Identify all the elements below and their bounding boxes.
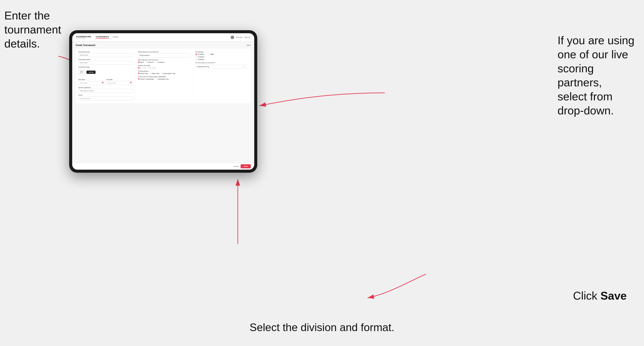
start-date-input[interactable]: Pick a date 📅	[78, 81, 105, 85]
end-date-group: End date Pick a date 📅	[106, 77, 134, 85]
annotation-topleft: Enter the tournament details.	[4, 9, 80, 51]
tablet-screen: SCOREBOARD Powered by Clippit TOURNAMENT…	[72, 33, 254, 170]
rounds-3-label: 3	[150, 67, 150, 69]
format-type-label: Format type	[196, 51, 248, 53]
format-6count5-label: 6 count 5	[198, 59, 204, 60]
format-5count4-label: 5 count 4	[198, 53, 204, 55]
form-col-1: Tournament Host Tournament name Tourname…	[78, 51, 134, 101]
live-scoring-clear-icon[interactable]: ✕	[243, 66, 244, 68]
venue-placeholder: Search golf club	[80, 98, 90, 99]
tournament-name-input[interactable]	[78, 61, 134, 65]
form-col-2: Which division is the event for? NCAA Di…	[136, 51, 191, 101]
format-6count5[interactable]: 6 count 5	[196, 58, 204, 60]
radio-medal-dot	[161, 73, 163, 74]
nav-teams[interactable]: TEAMS	[112, 36, 118, 38]
scoring-stroke-label: Stroke Play	[140, 73, 148, 74]
format-other-label: Other	[210, 53, 214, 55]
end-date-label: End date	[106, 79, 113, 80]
division-select[interactable]: NCAA Division I ⌄	[138, 53, 191, 57]
back-link[interactable]: Back	[246, 44, 251, 46]
venue-group: Venue Search golf club ⌄	[78, 94, 134, 101]
tournament-host-group: Tournament Host	[78, 51, 134, 57]
radio-6count5-dot	[196, 58, 197, 60]
nav-links: TOURNAMENTS TEAMS	[96, 36, 118, 39]
rounds-4[interactable]: 4	[152, 67, 155, 69]
venue-select[interactable]: Search golf club ⌄	[78, 96, 134, 101]
venue-label: Venue	[78, 94, 134, 96]
tournament-host-input[interactable]	[78, 53, 134, 57]
rounds-2-label: 2	[145, 67, 146, 69]
image-icon	[80, 70, 83, 74]
scoring-medal-label: Medal Match Play	[163, 73, 175, 74]
division-label: Which division is the event for?	[138, 51, 191, 53]
scoring-stroke[interactable]: Stroke Play	[138, 73, 148, 74]
cancel-button[interactable]: Cancel	[234, 165, 239, 167]
sponsor-label: Sponsor (optional)	[78, 87, 134, 88]
rounds-group: Number of rounds 1 2	[138, 65, 191, 69]
radio-individuals-dot	[156, 78, 158, 80]
live-scoring-select[interactable]: Leaderboard King ✕ ⌄	[196, 65, 248, 68]
gender-womens[interactable]: Womens	[146, 61, 154, 63]
gender-combined[interactable]: Combined	[156, 61, 164, 63]
scoring-match[interactable]: Match Play	[150, 73, 159, 74]
upload-button[interactable]: Upload	[86, 71, 96, 74]
tournament-name-label: Tournament name	[78, 59, 134, 60]
radio-other-dot	[208, 53, 209, 55]
gender-combined-label: Combined	[158, 61, 164, 63]
page-content: Create Tournament Back Tournament Host T…	[72, 41, 254, 163]
teams-teams[interactable]: Teams (+Individuals)	[138, 78, 154, 80]
live-scoring-group: Use third-party live scoring API? Leader…	[196, 62, 248, 68]
date-group: Start date Pick a date 📅 End date Pick a…	[78, 77, 134, 85]
format-other-col: Other	[208, 53, 214, 60]
gender-label: Which gender is the event for?	[138, 59, 191, 61]
logo-text: SCOREBOARD	[76, 36, 91, 38]
radio-stroke-dot	[138, 73, 140, 74]
end-date-input[interactable]: Pick a date 📅	[106, 81, 134, 85]
format-main-col: 5 count 4 6 count 4 6 count 5	[196, 53, 204, 60]
venue-chevron-icon: ⌄	[130, 98, 132, 100]
gender-mens[interactable]: Mens	[138, 61, 144, 63]
format-other[interactable]: Other	[208, 53, 214, 55]
radio-mens-dot	[138, 61, 140, 63]
navbar: SCOREBOARD Powered by Clippit TOURNAMENT…	[72, 33, 254, 41]
nav-tournaments[interactable]: TOURNAMENTS	[96, 36, 109, 39]
format-type-group: Format type 5 count 4 6 count 4	[196, 51, 248, 60]
logo-area: SCOREBOARD Powered by Clippit	[76, 36, 91, 39]
start-date-label: Start date	[78, 79, 85, 80]
user-avatar	[231, 36, 234, 39]
scoring-match-label: Match Play	[152, 73, 159, 74]
form-col-3: Format type 5 count 4 6 count 4	[193, 51, 248, 101]
scoring-group: Scoring system Stroke Play Match Play	[138, 70, 191, 74]
rounds-2[interactable]: 2	[143, 67, 146, 69]
calendar-icon-end: 📅	[130, 82, 132, 84]
annotation-save: Click Save	[573, 289, 627, 303]
division-group: Which division is the event for? NCAA Di…	[138, 51, 191, 57]
end-date-placeholder: Pick a date	[108, 82, 116, 84]
division-value: NCAA Division I	[140, 55, 150, 56]
teams-individuals-label: Individuals Only	[158, 78, 168, 80]
form-footer: Cancel Save	[72, 163, 254, 170]
gender-mens-label: Mens	[140, 61, 144, 63]
form-grid: Tournament Host Tournament name Tourname…	[76, 49, 251, 103]
gender-group: Which gender is the event for? Mens Wome…	[138, 59, 191, 63]
radio-rounds-1-dot	[138, 67, 140, 69]
format-6count4[interactable]: 6 count 4	[196, 56, 204, 58]
signout-link[interactable]: Sign out	[244, 36, 250, 38]
format-columns: 5 count 4 6 count 4 6 count 5	[196, 53, 248, 60]
scoring-medal[interactable]: Medal Match Play	[161, 73, 175, 74]
format-5count4[interactable]: 5 count 4	[196, 53, 204, 55]
sponsor-input[interactable]	[78, 89, 134, 93]
radio-match-dot	[150, 73, 151, 74]
sponsor-group: Sponsor (optional)	[78, 87, 134, 93]
live-scoring-label: Use third-party live scoring API?	[196, 62, 248, 63]
teams-individuals[interactable]: Individuals Only	[156, 78, 168, 80]
teams-group: Is this event for Teams and/or Individua…	[138, 76, 191, 80]
logo-upload-area: Upload	[78, 69, 134, 75]
division-chevron-icon: ⌄	[188, 54, 189, 56]
rounds-3[interactable]: 3	[148, 67, 150, 69]
rounds-1[interactable]: 1	[138, 67, 141, 69]
page-title: Create Tournament	[76, 44, 95, 46]
format-6count4-label: 6 count 4	[198, 56, 204, 58]
save-button[interactable]: Save	[240, 164, 251, 168]
rounds-radio-group: 1 2 3 4	[138, 67, 191, 69]
